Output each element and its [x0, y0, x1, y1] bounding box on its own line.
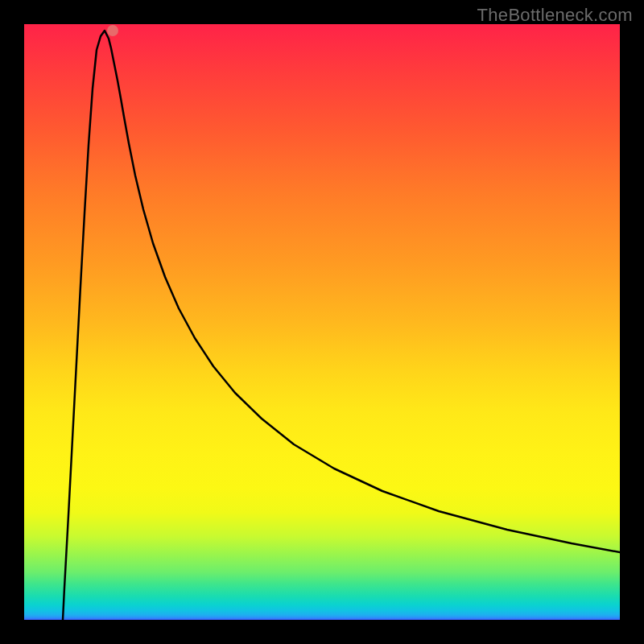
chart-svg — [24, 24, 620, 620]
chart-container — [24, 24, 620, 620]
curve-marker — [107, 25, 118, 36]
bottleneck-curve — [63, 31, 620, 620]
watermark-text: TheBottleneck.com — [477, 5, 633, 26]
